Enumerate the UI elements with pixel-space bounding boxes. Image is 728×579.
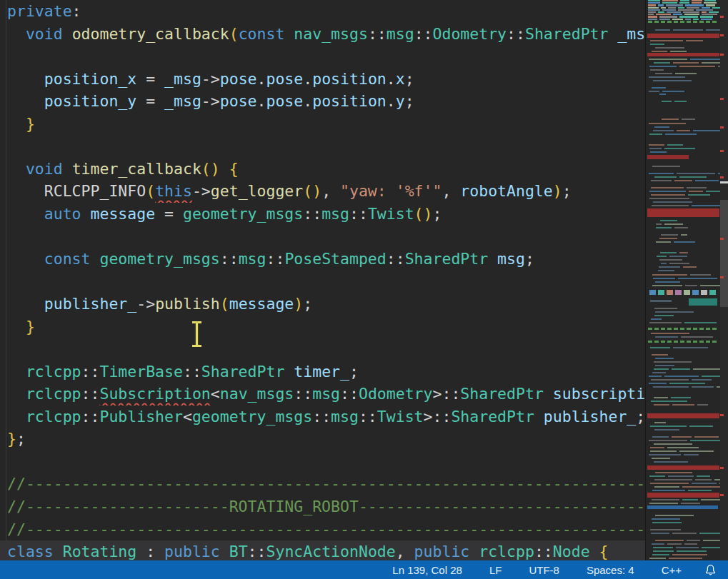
code-token: "yaw: '%f'" — [340, 182, 442, 200]
code-token: ; — [433, 205, 442, 223]
code-line[interactable]: //----------------------ROTATING_ROBOT--… — [0, 495, 645, 518]
code-line[interactable]: RCLCPP_INFO(this->get_logger(), "yaw: '%… — [0, 180, 645, 203]
minimap-line — [652, 274, 687, 276]
minimap-line — [654, 422, 666, 423]
minimap-line — [648, 14, 654, 15]
minimap-line — [706, 191, 720, 192]
minimap-line — [654, 126, 669, 128]
minimap-line — [668, 475, 694, 477]
minimap-line — [654, 461, 688, 463]
code-line[interactable] — [0, 225, 645, 248]
status-item-cursor-position[interactable]: Ln 139, Col 28 — [392, 564, 462, 576]
code-line[interactable]: auto message = geometry_msgs::msg::Twist… — [0, 203, 645, 226]
minimap-line — [652, 490, 685, 491]
code-token: auto — [44, 205, 81, 223]
status-bar-items: Ln 139, Col 28LFUTF-8Spaces: 4C++ — [365, 564, 682, 576]
status-item-language-mode[interactable]: C++ — [662, 564, 682, 576]
minimap-line — [694, 436, 719, 438]
minimap-line — [678, 278, 717, 279]
code-line[interactable]: rclcpp::Subscription<nav_msgs::msg::Odom… — [0, 383, 645, 406]
code-line[interactable]: publisher_->publish(message); — [0, 293, 645, 316]
code-token: :: — [81, 363, 100, 381]
code-token — [7, 250, 44, 268]
minimap-line — [649, 475, 665, 477]
status-item-encoding[interactable]: UTF-8 — [529, 564, 559, 576]
minimap-line — [656, 223, 662, 225]
minimap-line — [650, 69, 664, 71]
code-token: rclcpp — [26, 385, 81, 403]
minimap-line — [684, 14, 699, 15]
code-token: x — [396, 70, 405, 88]
code-line[interactable]: const geometry_msgs::msg::PoseStamped::S… — [0, 248, 645, 271]
code-token: publish — [155, 295, 220, 313]
code-token: robotAngle — [460, 182, 552, 200]
minimap-line — [649, 198, 689, 199]
code-line[interactable]: rclcpp::TimerBase::SharedPtr timer_; — [0, 361, 645, 383]
code-line[interactable] — [0, 450, 645, 473]
code-line[interactable]: } — [0, 316, 645, 338]
code-line[interactable] — [0, 45, 645, 68]
minimap-line — [683, 266, 696, 268]
minimap-line — [712, 21, 717, 23]
code-token: :: — [266, 250, 284, 268]
code-line[interactable]: class Rotating : public BT::SyncActionNo… — [0, 540, 645, 560]
minimap-line — [681, 234, 687, 236]
code-line[interactable]: void timer_callback() { — [0, 158, 645, 181]
minimap-line — [659, 16, 677, 17]
minimap-line — [655, 281, 680, 283]
code-token: Odometry — [433, 25, 507, 43]
minimap-line — [692, 205, 720, 206]
editor-code-area[interactable]: private: void odometry_callback(const na… — [0, 0, 645, 560]
minimap-line — [669, 558, 702, 559]
code-token: Publisher — [99, 408, 183, 426]
code-line[interactable]: //--------------------------------------… — [0, 473, 645, 495]
code-token: . — [387, 70, 396, 88]
code-line[interactable]: position_x = _msg->pose.pose.position.x; — [0, 68, 645, 91]
minimap-line — [649, 376, 662, 377]
scrollbar-thumb[interactable] — [720, 200, 728, 307]
scrollbar-track[interactable] — [720, 0, 728, 560]
minimap-line — [647, 413, 719, 418]
minimap-line — [655, 73, 672, 74]
overview-ruler-error-mark — [720, 414, 724, 416]
minimap[interactable] — [645, 0, 720, 560]
minimap-line — [674, 341, 678, 343]
code-line[interactable]: }; — [0, 428, 645, 450]
code-line[interactable] — [0, 135, 645, 158]
minimap-line — [693, 130, 720, 131]
code-line[interactable]: void odometry_callback(const nav_msgs::m… — [0, 23, 645, 46]
minimap-line — [654, 62, 670, 64]
minimap-line — [702, 14, 718, 15]
code-token — [7, 92, 44, 110]
code-token: . — [303, 92, 312, 110]
notifications-bell-icon[interactable] — [704, 564, 717, 576]
code-token: rclcpp — [479, 543, 534, 560]
code-line[interactable]: position_y = _msg->pose.pose.position.y; — [0, 90, 645, 113]
minimap-line — [654, 308, 677, 309]
minimap-line — [674, 101, 687, 102]
code-line[interactable] — [0, 271, 645, 293]
code-line[interactable]: } — [0, 113, 645, 136]
code-token: nav_msgs — [220, 385, 294, 403]
minimap-line — [649, 59, 687, 60]
code-token — [284, 363, 294, 381]
minimap-line — [690, 274, 712, 276]
minimap-line — [648, 16, 657, 17]
status-item-eol-sequence[interactable]: LF — [489, 564, 502, 576]
minimap-line — [695, 479, 712, 480]
code-token: < — [211, 385, 220, 403]
code-line[interactable] — [0, 338, 645, 361]
code-line[interactable]: rclcpp::Publisher<geometry_msgs::msg::Tw… — [0, 406, 645, 428]
minimap-line — [655, 515, 694, 516]
overview-ruler-error-mark — [720, 276, 724, 278]
code-token: Twist — [377, 408, 424, 426]
code-token: ) — [294, 295, 303, 313]
minimap-line — [695, 180, 719, 181]
status-item-indentation[interactable]: Spaces: 4 — [587, 564, 634, 576]
code-token: :: — [340, 385, 359, 403]
code-token: = — [136, 70, 164, 88]
minimap-line — [675, 73, 697, 74]
code-line[interactable]: private: — [0, 0, 645, 23]
code-token: :: — [303, 205, 321, 223]
code-line[interactable]: //--------------------------------------… — [0, 518, 645, 541]
